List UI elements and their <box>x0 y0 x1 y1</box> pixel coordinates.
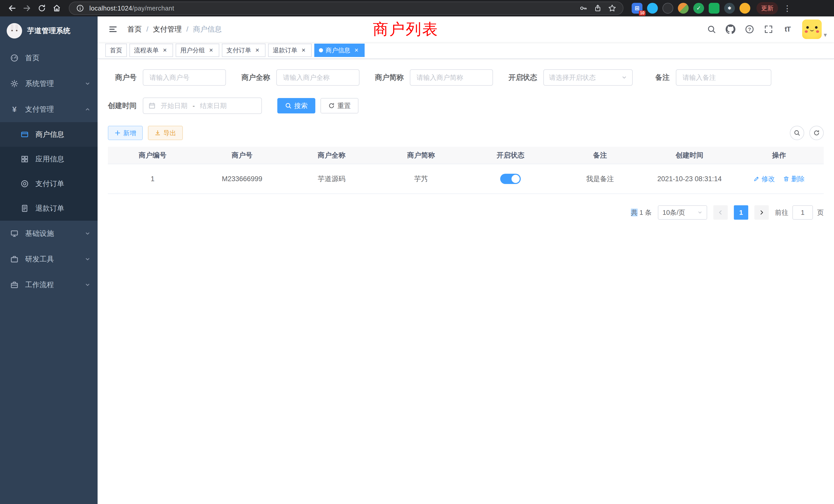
chevron-up-icon <box>85 107 90 112</box>
avatar[interactable] <box>802 20 822 39</box>
toolbox-icon <box>10 255 19 263</box>
date-range-picker[interactable]: 开始日期 - 结束日期 <box>143 97 262 114</box>
extension-grid-icon[interactable]: ⊞10 <box>632 3 642 14</box>
breadcrumb-current: 商户信息 <box>193 24 222 34</box>
search-button[interactable]: 搜索 <box>277 98 315 113</box>
browser-menu-icon[interactable]: ⋮ <box>782 4 792 13</box>
short-name-input[interactable] <box>410 69 493 86</box>
url-path: /pay/merchant <box>132 5 174 12</box>
document-icon <box>21 204 29 212</box>
sidebar-item-dev-tools[interactable]: 研发工具 <box>0 246 97 272</box>
target-icon <box>21 180 29 188</box>
status-select[interactable]: 请选择开启状态 <box>543 69 633 86</box>
red-annotation-label: 商户列表 <box>373 19 439 40</box>
hamburger-icon[interactable] <box>105 21 121 38</box>
extension-green-square-icon[interactable] <box>709 3 720 14</box>
add-button[interactable]: 新增 <box>108 126 143 140</box>
table-header-row: 商户编号 商户号 商户全称 商户简称 开启状态 备注 创建时间 操作 <box>108 147 824 164</box>
search-icon[interactable] <box>703 21 720 38</box>
export-button[interactable]: 导出 <box>148 126 183 140</box>
jump-page-input[interactable] <box>792 205 813 220</box>
tab-home[interactable]: 首页 <box>105 44 127 57</box>
refresh-icon[interactable] <box>809 126 824 140</box>
browser-update-button[interactable]: 更新 <box>756 2 778 14</box>
tab-refund-orders[interactable]: 退款订单× <box>268 44 312 57</box>
share-icon[interactable] <box>593 3 603 13</box>
home-button[interactable] <box>50 1 64 15</box>
close-icon[interactable]: × <box>300 47 307 54</box>
password-key-icon[interactable] <box>578 3 589 13</box>
filter-row-2: 创建时间 开始日期 - 结束日期 搜索 重置 <box>108 97 824 114</box>
fullscreen-icon[interactable] <box>760 21 777 38</box>
edit-button[interactable]: 修改 <box>753 175 775 183</box>
extension-pinwheel-icon[interactable]: ✱ <box>724 3 735 14</box>
url-bar[interactable]: localhost:1024/pay/merchant <box>69 2 623 15</box>
reset-button[interactable]: 重置 <box>321 98 358 113</box>
table-row: 1 M233666999 芋道源码 芋艿 我是备注 2021-10-23 08:… <box>108 164 824 194</box>
github-icon[interactable] <box>722 21 739 38</box>
bookmark-star-icon[interactable] <box>607 3 617 13</box>
url-domain: localhost:1024 <box>89 5 132 12</box>
sidebar-item-system[interactable]: 系统管理 <box>0 71 97 96</box>
short-name-label: 商户简称 <box>375 73 404 83</box>
user-menu[interactable]: ▾ <box>802 20 827 39</box>
dashboard-icon <box>10 54 19 62</box>
sidebar-item-merchant-info[interactable]: 商户信息 <box>0 122 97 147</box>
close-icon[interactable]: × <box>161 47 169 54</box>
site-info-icon[interactable] <box>75 3 85 13</box>
page-number-current[interactable]: 1 <box>734 205 748 220</box>
status-toggle[interactable] <box>500 174 521 184</box>
app-title: 芋道管理系统 <box>27 26 70 36</box>
create-time-label: 创建时间 <box>108 101 137 111</box>
full-name-input[interactable] <box>276 69 359 86</box>
column-header: 备注 <box>555 147 645 164</box>
extension-avatar-icon[interactable] <box>678 3 689 14</box>
sidebar-item-payment[interactable]: ¥ 支付管理 <box>0 96 97 122</box>
extension-check-icon[interactable]: ✓ <box>693 3 704 14</box>
tab-merchant-info[interactable]: 商户信息× <box>314 44 365 57</box>
cell-id: 1 <box>108 164 197 194</box>
remark-input[interactable] <box>676 69 771 86</box>
forward-button[interactable] <box>20 1 34 15</box>
extension-monkey-icon[interactable] <box>740 3 750 14</box>
sidebar-item-home[interactable]: 首页 <box>0 45 97 71</box>
tab-process-form[interactable]: 流程表单× <box>129 44 173 57</box>
help-icon[interactable]: ? <box>741 21 758 38</box>
extensions-area: ⊞10 ✓ ✱ <box>632 3 750 14</box>
toggle-search-icon[interactable] <box>790 126 804 140</box>
extension-dark-icon[interactable] <box>662 3 673 14</box>
pagination: 共 1 条 10条/页 1 前往 页 <box>108 205 824 220</box>
tab-user-group[interactable]: 用户分组× <box>176 44 219 57</box>
sidebar-item-refund-orders[interactable]: 退款订单 <box>0 196 97 221</box>
chevron-down-icon <box>85 81 90 87</box>
svg-text:?: ? <box>748 27 751 32</box>
reload-button[interactable] <box>35 1 49 15</box>
tab-payment-orders[interactable]: 支付订单× <box>222 44 265 57</box>
extension-drop-icon[interactable] <box>647 3 658 14</box>
back-button[interactable] <box>5 1 19 15</box>
sidebar-item-workflow[interactable]: 工作流程 <box>0 272 97 298</box>
delete-button[interactable]: 删除 <box>783 175 805 183</box>
app-logo[interactable]: 芋道管理系统 <box>0 17 97 45</box>
close-icon[interactable]: × <box>254 47 261 54</box>
pagination-total: 共 1 条 <box>631 208 652 217</box>
sidebar-item-payment-orders[interactable]: 支付订单 <box>0 171 97 196</box>
chevron-down-icon <box>697 210 703 215</box>
extension-badge: 10 <box>639 10 645 16</box>
breadcrumb-payment[interactable]: 支付管理 <box>153 24 182 34</box>
chevron-down-icon <box>85 256 90 262</box>
column-header: 操作 <box>734 147 824 164</box>
sidebar-item-app-info[interactable]: 应用信息 <box>0 147 97 171</box>
breadcrumb-home[interactable]: 首页 <box>127 24 142 34</box>
cell-remark: 我是备注 <box>555 164 645 194</box>
sidebar-item-infrastructure[interactable]: 基础设施 <box>0 221 97 246</box>
close-icon[interactable]: × <box>207 47 215 54</box>
column-header: 开启状态 <box>466 147 555 164</box>
prev-page-button[interactable] <box>713 205 728 220</box>
merchant-no-input[interactable] <box>143 69 226 86</box>
cell-status <box>466 164 555 194</box>
next-page-button[interactable] <box>754 205 769 220</box>
font-size-icon[interactable]: tT <box>779 21 796 38</box>
page-size-select[interactable]: 10条/页 <box>658 205 707 220</box>
close-icon[interactable]: × <box>353 47 360 54</box>
